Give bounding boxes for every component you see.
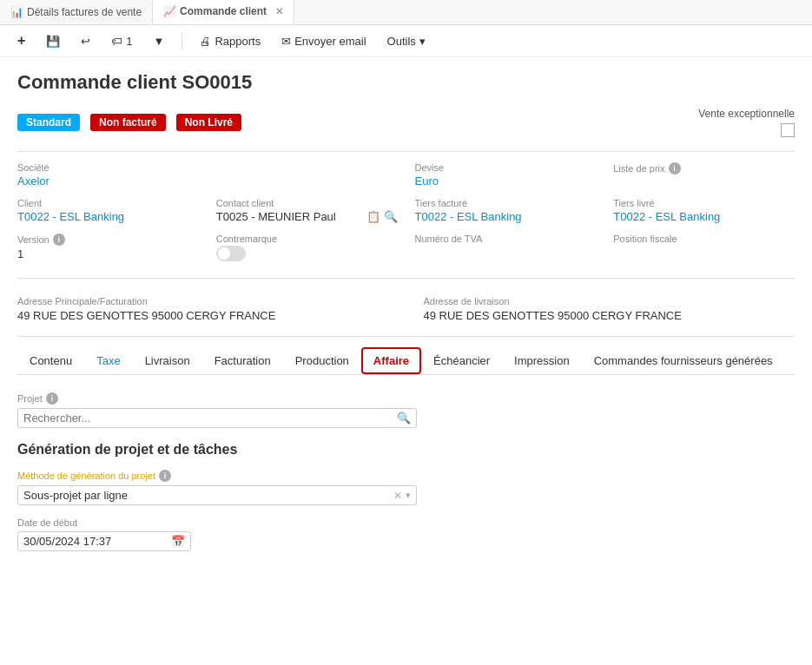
- copy-icon[interactable]: 📋: [366, 210, 380, 223]
- methode-select-wrapper[interactable]: Sous-projet par ligne ✕ ▾: [17, 485, 417, 505]
- tab-echeancier[interactable]: Échéancier: [421, 347, 502, 374]
- liste-prix-info-icon: i: [669, 162, 681, 174]
- field-tiers-facture: Tiers facturé T0022 - ESL Banking: [415, 198, 597, 223]
- badge-non-facture: Non facturé: [90, 114, 166, 131]
- tab-facturation[interactable]: Facturation: [202, 347, 283, 374]
- badges-row: Standard Non facturé Non Livré Vente exc…: [17, 108, 795, 137]
- tab-taxe[interactable]: Taxe: [84, 347, 132, 374]
- tabs-bar: Contenu Taxe Livraison Facturation Produ…: [17, 347, 795, 375]
- tab-content-affaire: Projet i 🔍 Génération de projet et de tâ…: [17, 389, 795, 555]
- rapports-button[interactable]: 🖨 Rapports: [193, 32, 267, 50]
- methode-dropdown-icon[interactable]: ▾: [406, 490, 411, 501]
- field-societe: Société Axelor: [17, 162, 199, 188]
- badge-non-livre: Non Livré: [176, 114, 241, 131]
- nav-tab-factures-label: Détails factures de vente: [27, 6, 142, 18]
- add-button[interactable]: +: [10, 30, 32, 51]
- address-facturation-label: Adresse Principale/Facturation: [17, 296, 389, 306]
- top-nav: 📊 Détails factures de vente 📈 Commande c…: [0, 0, 812, 25]
- numero-tva-label: Numéro de TVA: [415, 234, 597, 244]
- version-label: Version: [17, 234, 50, 245]
- societe-label: Société: [17, 162, 199, 173]
- outils-label: Outils: [387, 35, 416, 48]
- address-facturation-value: 49 RUE DES GENOTTES 95000 CERGY FRANCE: [17, 309, 389, 322]
- nav-tab-commande[interactable]: 📈 Commande client ✕: [153, 0, 294, 24]
- vente-exceptionnelle-section: Vente exceptionnelle: [698, 108, 795, 137]
- version-value: 1: [17, 247, 199, 260]
- divider-3: [17, 336, 795, 337]
- position-fiscale-label: Position fiscale: [613, 234, 795, 244]
- projet-search-icon[interactable]: 🔍: [397, 412, 411, 425]
- devise-value[interactable]: Euro: [415, 174, 597, 188]
- email-label: Envoyer email: [294, 35, 366, 48]
- undo-button[interactable]: ↩: [74, 32, 97, 50]
- projet-search-input[interactable]: [23, 412, 397, 425]
- address-facturation: Adresse Principale/Facturation 49 RUE DE…: [17, 296, 389, 322]
- close-tab-icon[interactable]: ✕: [275, 6, 283, 17]
- tab-commandes-fournisseurs[interactable]: Commandes fournisseurs générées: [582, 347, 785, 374]
- field-position-fiscale: Position fiscale: [613, 234, 795, 264]
- outils-button[interactable]: Outils ▾: [380, 32, 432, 50]
- generation-title: Génération de projet et de tâches: [17, 442, 795, 458]
- field-devise: Devise Euro: [415, 162, 597, 188]
- save-button[interactable]: 💾: [39, 32, 67, 50]
- nav-tab-commande-label: Commande client: [180, 5, 267, 17]
- projet-search-wrapper: 🔍: [17, 408, 417, 428]
- field-client: Client T0022 - ESL Banking: [17, 198, 199, 223]
- field-contact: Contact client T0025 - MEUNIER Paul 📋 🔍: [216, 198, 398, 223]
- plus-icon: +: [17, 33, 25, 49]
- date-debut-label: Date de début: [17, 517, 795, 528]
- client-label: Client: [17, 198, 199, 208]
- page-title: Commande client SO0015: [17, 71, 795, 94]
- projet-label-text: Projet: [17, 393, 43, 404]
- field-contremarque: Contremarque: [216, 234, 398, 264]
- address-section: Adresse Principale/Facturation 49 RUE DE…: [17, 289, 795, 322]
- tab-impression[interactable]: Impression: [502, 347, 582, 374]
- contremarque-toggle[interactable]: [216, 246, 246, 261]
- search-contact-icon[interactable]: 🔍: [384, 210, 398, 223]
- tiers-facture-value[interactable]: T0022 - ESL Banking: [415, 210, 597, 223]
- address-livraison-value: 49 RUE DES GENOTTES 95000 CERGY FRANCE: [424, 309, 795, 322]
- tab-affaire[interactable]: Affaire: [361, 347, 421, 374]
- devise-label: Devise: [415, 162, 597, 173]
- version-info-icon: i: [53, 234, 65, 246]
- chart-icon-2: 📈: [163, 5, 176, 17]
- field-tiers-livre: Tiers livré T0022 - ESL Banking: [613, 198, 795, 223]
- address-livraison: Adresse de livraison 49 RUE DES GENOTTES…: [424, 296, 795, 322]
- print-icon: 🖨: [200, 35, 211, 48]
- methode-value: Sous-projet par ligne: [23, 489, 393, 502]
- client-value[interactable]: T0022 - ESL Banking: [17, 210, 199, 223]
- methode-label-text: Méthode de génération du projet: [17, 471, 155, 481]
- rapports-label: Rapports: [215, 35, 261, 48]
- tag-button[interactable]: 🏷 1: [104, 32, 139, 50]
- toolbar-sep-1: [182, 32, 182, 49]
- tiers-livre-label: Tiers livré: [613, 198, 795, 208]
- tab-livraison[interactable]: Livraison: [133, 347, 202, 374]
- chart-icon: 📊: [10, 6, 23, 18]
- methode-field: Méthode de génération du projet i Sous-p…: [17, 470, 795, 505]
- field-version: Version i 1: [17, 234, 199, 264]
- projet-field: Projet i 🔍: [17, 392, 795, 428]
- badge-standard: Standard: [17, 114, 80, 131]
- tab-production[interactable]: Production: [283, 347, 361, 374]
- methode-clear-icon[interactable]: ✕: [393, 490, 402, 502]
- tiers-livre-value[interactable]: T0022 - ESL Banking: [613, 210, 795, 223]
- field-liste-prix: Liste de prix i: [613, 162, 795, 188]
- tab-contenu[interactable]: Contenu: [17, 347, 84, 374]
- arrow-button[interactable]: ▼: [147, 32, 172, 50]
- save-icon: 💾: [46, 35, 60, 48]
- societe-value[interactable]: Axelor: [17, 174, 199, 188]
- vente-exceptionnelle-checkbox[interactable]: [781, 123, 795, 137]
- contremarque-label: Contremarque: [216, 234, 398, 244]
- undo-icon: ↩: [81, 35, 90, 48]
- projet-info-icon: i: [46, 392, 58, 405]
- date-debut-field: Date de début 30/05/2024 17:37 📅: [17, 517, 795, 551]
- divider-2: [17, 278, 795, 279]
- email-button[interactable]: ✉ Envoyer email: [274, 32, 373, 50]
- field-empty-1: [216, 162, 398, 188]
- calendar-icon[interactable]: 📅: [171, 535, 185, 548]
- field-numero-tva: Numéro de TVA: [415, 234, 597, 264]
- date-debut-wrapper: 30/05/2024 17:37 📅: [17, 531, 191, 551]
- divider-1: [17, 151, 795, 152]
- nav-tab-factures[interactable]: 📊 Détails factures de vente: [0, 1, 153, 23]
- email-icon: ✉: [281, 35, 291, 48]
